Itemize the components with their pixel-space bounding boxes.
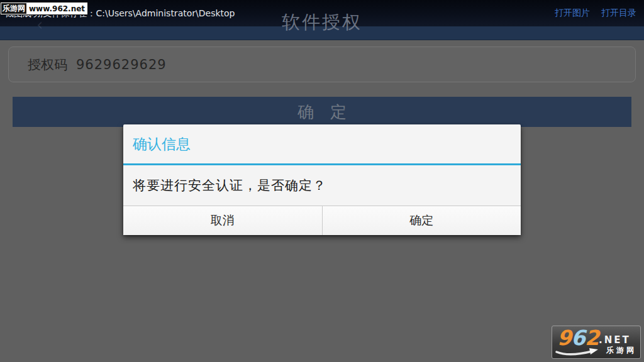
dialog-ok-button[interactable]: 确定 bbox=[323, 206, 521, 235]
site-logo: 962 .NET 乐游网 bbox=[552, 326, 641, 359]
page-title: 软件授权 bbox=[0, 10, 644, 35]
watermark-site-url: www.962.net bbox=[29, 4, 85, 13]
confirm-button-label: 确 定 bbox=[297, 101, 347, 123]
logo-swoosh-icon bbox=[555, 346, 606, 358]
confirm-button[interactable]: 确 定 bbox=[13, 97, 631, 127]
back-arrow-icon[interactable]: ‹ bbox=[36, 15, 43, 34]
logo-site-name: 乐游网 bbox=[606, 345, 636, 356]
confirm-dialog: 确认信息 将要进行安全认证，是否确定？ 取消 确定 bbox=[123, 124, 521, 235]
dialog-message: 将要进行安全认证，是否确定？ bbox=[123, 165, 521, 206]
auth-code-field[interactable]: 授权码 9629629629 bbox=[8, 47, 636, 82]
dialog-button-row: 取消 确定 bbox=[123, 206, 521, 235]
logo-net-text: .NET bbox=[599, 334, 631, 346]
dialog-cancel-button[interactable]: 取消 bbox=[123, 206, 323, 235]
app-screen: 软件授权 ‹ 截图成功,文件保存在：C:\Users\Administrator… bbox=[0, 0, 644, 362]
watermark-site-name: 乐游网 bbox=[1, 3, 26, 14]
watermark-badge: 乐游网 www.962.net bbox=[0, 2, 88, 15]
auth-code-value: 9629629629 bbox=[76, 57, 167, 72]
auth-code-label: 授权码 bbox=[28, 56, 67, 74]
dialog-title: 确认信息 bbox=[123, 124, 521, 163]
